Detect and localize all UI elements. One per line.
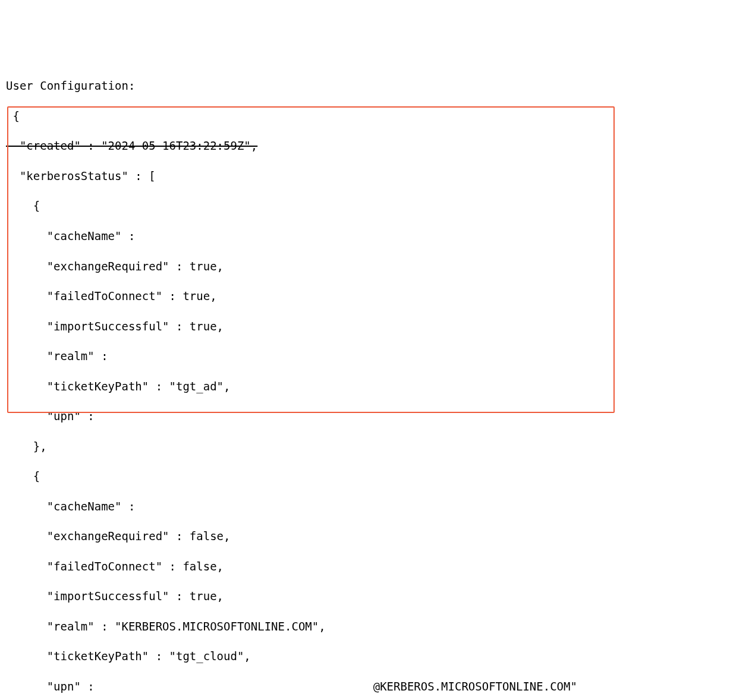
kerb2-exchangeRequired: "exchangeRequired" : false, bbox=[6, 529, 749, 544]
kerb2-cacheName: "cacheName" : bbox=[6, 499, 749, 514]
kerb2-failedToConnect: "failedToConnect" : false, bbox=[6, 559, 749, 574]
kerb1-exchangeRequired: "exchangeRequired" : true, bbox=[6, 259, 749, 274]
kerb1-ticketKeyPath: "ticketKeyPath" : "tgt_ad", bbox=[6, 379, 749, 394]
kerb1-failedToConnect: "failedToConnect" : true, bbox=[6, 289, 749, 304]
header-line: User Configuration: bbox=[6, 78, 749, 93]
kerberos-open: "kerberosStatus" : [ bbox=[6, 169, 749, 184]
kerb2-upn-prefix: "upn" : bbox=[6, 680, 95, 693]
kerb2-open: { bbox=[6, 469, 749, 484]
json-open: { bbox=[6, 109, 749, 124]
kerb1-open: { bbox=[6, 198, 749, 213]
kerb2-upn-suffix: @KERBEROS.MICROSOFTONLINE.COM" bbox=[373, 680, 577, 693]
kerb1-cacheName: "cacheName" : bbox=[6, 229, 749, 244]
created-line: "created" : "2024-05-16T23:22:59Z", bbox=[6, 138, 749, 153]
kerb2-importSuccessful: "importSuccessful" : true, bbox=[6, 589, 749, 604]
kerb1-importSuccessful: "importSuccessful" : true, bbox=[6, 319, 749, 334]
kerb1-close: }, bbox=[6, 439, 749, 454]
log-output: User Configuration: { "created" : "2024-… bbox=[0, 60, 749, 700]
kerb1-upn: "upn" : bbox=[6, 409, 749, 424]
kerb2-realm: "realm" : "KERBEROS.MICROSOFTONLINE.COM"… bbox=[6, 619, 749, 634]
kerb1-realm: "realm" : bbox=[6, 349, 749, 364]
kerb2-ticketKeyPath: "ticketKeyPath" : "tgt_cloud", bbox=[6, 649, 749, 664]
kerb2-upn: "upn" : @KERBEROS.MICROSOFTONLINE.COM" bbox=[6, 679, 749, 694]
